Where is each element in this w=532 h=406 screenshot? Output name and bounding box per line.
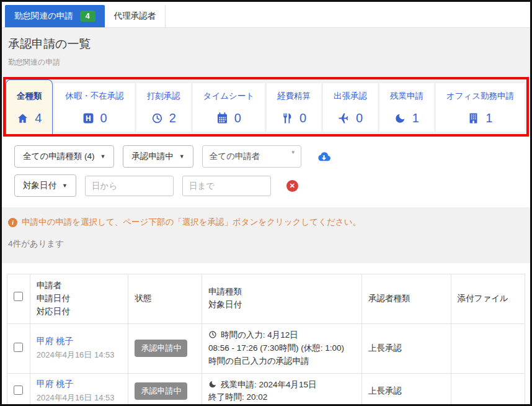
category-tab-label: 経費精算 — [273, 91, 315, 102]
chevron-down-icon: ▼ — [100, 153, 105, 160]
calendar-icon — [216, 112, 228, 124]
status-dropdown[interactable]: 承認申請中▼ — [123, 145, 193, 168]
cloud-download-icon[interactable] — [317, 150, 331, 164]
applicant-cell: 甲府 桃子2024年4月16日 14:53 — [30, 373, 128, 406]
request-type-line: 終了時間: 20:02 — [208, 391, 355, 404]
h-square-icon — [82, 112, 94, 124]
category-tab-8[interactable]: オフィス勤務申請1 — [436, 83, 525, 132]
filter-row-2: 対象日付▼ ✕ — [14, 174, 518, 197]
tab-proxy-approver[interactable]: 代理承認者 — [105, 5, 166, 27]
category-tab-2[interactable]: 休暇・不在承認0 — [55, 83, 134, 132]
column-header-line: 添付ファイル — [458, 292, 518, 305]
category-tab-6[interactable]: 出張承認0 — [323, 83, 378, 132]
clock-icon — [208, 330, 217, 339]
category-tab-count: 0 — [100, 111, 107, 125]
red-highlight-box: 全種類4休暇・不在承認0打刻承認2タイムシート0経費精算0出張承認0残業申請1オ… — [3, 77, 529, 137]
column-header-4: 承認者種類 — [361, 274, 451, 324]
page-header: 承認申請の一覧 勤怠関連の申請 — [2, 28, 530, 77]
category-tab-label: 全種類 — [12, 91, 46, 102]
pending-count-badge: 4 — [80, 11, 95, 22]
column-header-line: 承認者種類 — [368, 292, 445, 305]
category-tab-count: 4 — [35, 111, 42, 125]
category-tab-label: タイムシート — [199, 91, 259, 102]
approver-type-cell: 上長承認 — [361, 373, 451, 406]
category-tab-count: 0 — [299, 111, 306, 125]
category-tab-1[interactable]: 全種類4 — [6, 79, 53, 134]
applicant-link[interactable]: 甲府 桃子 — [37, 379, 74, 389]
filter-section: 全ての申請種類 (4)▼ 承認申請中▼ 全ての申請者 ▼ 対象日付▼ ✕ — [2, 137, 530, 207]
category-tab-count-row: 0 — [273, 111, 315, 125]
utensils-icon — [282, 112, 293, 124]
status-badge: 承認申請中 — [135, 340, 187, 357]
filter-row-1: 全ての申請種類 (4)▼ 承認申請中▼ 全ての申請者 ▼ — [14, 145, 518, 168]
category-tab-3[interactable]: 打刻承認2 — [136, 83, 191, 132]
category-tab-5[interactable]: 経費精算0 — [267, 83, 321, 132]
column-header-1: 申請者申請日付対応日付 — [30, 274, 128, 324]
request-type-cell: 時間の入力: 4月12日08:56 - 17:26 (7:30時間) (休憩: … — [202, 323, 361, 373]
request-type-line: 残業申請: 2024年4月15日 — [208, 379, 355, 392]
home-icon — [17, 112, 29, 124]
category-tab-4[interactable]: タイムシート0 — [193, 83, 265, 132]
category-tab-count: 1 — [412, 111, 419, 125]
date-to-input[interactable] — [182, 176, 271, 196]
category-tab-count: 0 — [356, 111, 363, 125]
attachment-cell — [451, 373, 525, 406]
category-tab-count: 0 — [234, 111, 241, 125]
requests-table: 申請者申請日付対応日付状態申請種類対象日付承認者種類添付ファイル 甲府 桃子20… — [7, 274, 525, 406]
page-title: 承認申請の一覧 — [8, 36, 524, 52]
category-tab-label: 出張承認 — [329, 91, 371, 102]
table-row-1: 甲府 桃子2024年4月16日 14:53承認申請中時間の入力: 4月12日08… — [7, 323, 525, 373]
moon-icon — [394, 112, 406, 124]
request-type-cell: 残業申請: 2024年4月15日終了時間: 20:02 — [202, 373, 361, 406]
approver-type-cell: 上長承認 — [361, 323, 451, 373]
applicant-link[interactable]: 甲府 桃子 — [37, 336, 74, 346]
tab-label: 代理承認者 — [114, 11, 156, 22]
status-cell: 承認申請中 — [128, 323, 202, 373]
column-header-line: 対応日付 — [37, 305, 122, 318]
table-body: 甲府 桃子2024年4月16日 14:53承認申請中時間の入力: 4月12日08… — [7, 323, 525, 406]
info-icon: i — [8, 218, 17, 227]
applicant-select[interactable]: 全ての申請者 ▼ — [202, 145, 301, 168]
date-type-dropdown[interactable]: 対象日付▼ — [14, 174, 76, 197]
column-header-line: 状態 — [135, 292, 195, 305]
clear-dates-icon[interactable]: ✕ — [286, 180, 298, 192]
applicant-cell: 甲府 桃子2024年4月16日 14:53 — [30, 323, 128, 373]
column-header-5: 添付ファイル — [451, 274, 525, 324]
category-tab-count-row: 2 — [143, 111, 185, 125]
select-all-checkbox[interactable] — [14, 292, 23, 301]
request-type-line: 08:56 - 17:26 (7:30時間) (休憩: 1:00) — [208, 342, 355, 355]
category-tab-7[interactable]: 残業申請1 — [379, 83, 434, 132]
category-tab-count-row: 1 — [442, 111, 518, 125]
category-tab-count-row: 4 — [12, 111, 46, 125]
chevron-down-icon: ▼ — [291, 150, 296, 155]
row-checkbox[interactable] — [14, 343, 23, 352]
category-tab-label: 打刻承認 — [143, 91, 185, 102]
clock-icon — [151, 112, 163, 124]
column-header-line: 申請者 — [37, 279, 122, 292]
category-tab-count: 1 — [485, 111, 492, 125]
category-tab-count-row: 0 — [61, 111, 128, 125]
category-tab-label: オフィス勤務申請 — [442, 91, 518, 102]
column-header-line: 対象日付 — [208, 299, 355, 312]
column-header-0 — [7, 274, 30, 324]
tab-attendance-requests[interactable]: 勤怠関連の申請 4 — [5, 5, 105, 27]
date-from-input[interactable] — [85, 176, 174, 196]
applied-date: 2024年4月16日 14:53 — [37, 392, 122, 404]
request-type-line: 時間の入力: 4月12日 — [208, 329, 355, 342]
plane-icon — [338, 112, 350, 124]
row-checkbox[interactable] — [14, 386, 23, 395]
chevron-down-icon: ▼ — [62, 183, 68, 189]
category-tab-label: 残業申請 — [386, 91, 428, 102]
category-tab-count-row: 0 — [329, 111, 371, 125]
request-type-line: 時間の自己入力の承認申請 — [208, 355, 355, 368]
category-tab-count-row: 1 — [386, 111, 428, 125]
page-subtitle: 勤怠関連の申請 — [8, 57, 524, 68]
requests-table-section: 申請者申請日付対応日付状態申請種類対象日付承認者種類添付ファイル 甲府 桃子20… — [2, 263, 530, 406]
tab-label: 勤怠関連の申請 — [14, 11, 73, 22]
request-type-dropdown[interactable]: 全ての申請種類 (4)▼ — [14, 145, 114, 168]
page-content: 承認申請の一覧 勤怠関連の申請 全種類4休暇・不在承認0打刻承認2タイムシート0… — [2, 28, 530, 405]
building-icon — [468, 112, 479, 124]
table-row-2: 甲府 桃子2024年4月16日 14:53承認申請中残業申請: 2024年4月1… — [7, 373, 525, 406]
category-tab-count-row: 0 — [199, 111, 259, 125]
top-tab-bar: 勤怠関連の申請 4 代理承認者 — [2, 2, 530, 28]
